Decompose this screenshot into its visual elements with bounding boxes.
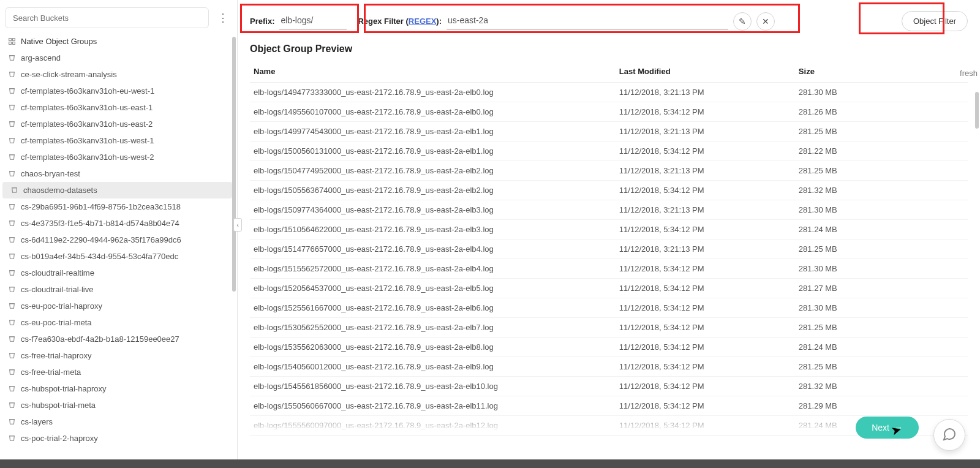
regex-help-link[interactable]: REGEX xyxy=(409,17,437,26)
bucket-item[interactable]: cs-hubspot-trial-haproxy xyxy=(0,380,235,397)
prefix-input[interactable] xyxy=(279,13,347,29)
bucket-icon xyxy=(7,401,16,410)
bucket-item-label: cs-cloudtrail-realtime xyxy=(21,268,94,277)
regex-input[interactable] xyxy=(447,13,728,29)
table-row[interactable]: elb-logs/1494773333000_us-east-2172.16.7… xyxy=(250,83,968,102)
bucket-item-label: arg-ascend xyxy=(21,53,61,62)
bucket-item[interactable]: cs-eu-poc-trial-haproxy xyxy=(0,298,235,314)
bucket-list[interactable]: Native Object Groups arg-ascendce-se-cli… xyxy=(0,33,237,468)
chat-widget-button[interactable] xyxy=(933,419,965,451)
next-button[interactable]: Next → xyxy=(856,417,919,439)
table-row[interactable]: elb-logs/1504774952000_us-east-2172.16.7… xyxy=(250,161,968,181)
cell-size: 281.30 MB xyxy=(795,83,968,102)
bucket-item[interactable]: cs-poc-trial-2-haproxy xyxy=(0,430,235,447)
cell-size: 281.25 MB xyxy=(795,318,968,338)
cell-size: 281.26 MB xyxy=(795,102,968,122)
bucket-icon xyxy=(7,219,16,228)
bucket-item[interactable]: cs-b019a4ef-34b5-434d-9554-53c4fa770edc xyxy=(0,248,235,265)
bucket-item[interactable]: arg-ascend xyxy=(0,50,235,66)
svg-rect-3 xyxy=(9,42,11,45)
sidebar: ⋮ Native Object Groups arg-ascendce-se-c… xyxy=(0,0,238,468)
bucket-item[interactable]: cs-cloudtrail-realtime xyxy=(0,265,235,281)
cell-modified: 11/12/2018, 5:34:12 PM xyxy=(616,220,795,240)
cell-name: elb-logs/1500560131000_us-east-2172.16.7… xyxy=(250,142,616,161)
table-row[interactable]: elb-logs/1510564622000_us-east-2172.16.7… xyxy=(250,220,968,240)
bucket-item[interactable]: cf-templates-t6o3kanv31oh-eu-west-1 xyxy=(0,83,235,99)
table-row[interactable]: elb-logs/1525561667000_us-east-2172.16.7… xyxy=(250,298,968,318)
bucket-item-label: cs-poc-trial-2-haproxy xyxy=(21,434,98,443)
cell-name: elb-logs/1550560667000_us-east-2172.16.7… xyxy=(250,396,616,416)
bucket-item[interactable]: cs-f7ea630a-ebdf-4a2b-b1a8-12159ee0ee27 xyxy=(0,331,235,347)
cell-size: 281.30 MB xyxy=(795,259,968,279)
object-filter-button[interactable]: Object Filter xyxy=(902,11,968,31)
bucket-item[interactable]: cs-4e3735f3-f1e5-4b71-b814-d574a8b04e74 xyxy=(0,215,235,232)
bucket-item[interactable]: cf-templates-t6o3kanv31oh-us-west-2 xyxy=(0,149,235,165)
cell-modified: 11/12/2018, 5:34:12 PM xyxy=(616,377,795,396)
more-menu-button[interactable]: ⋮ xyxy=(215,10,231,26)
table-row[interactable]: elb-logs/1499774543000_us-east-2172.16.7… xyxy=(250,122,968,142)
table-row[interactable]: elb-logs/1530562552000_us-east-2172.16.7… xyxy=(250,318,968,338)
filter-bar: Prefix: Regex Filter (REGEX): ✎ ✕ Object… xyxy=(238,0,980,37)
bucket-item[interactable]: cs-hubspot-trial-meta xyxy=(0,397,235,413)
native-object-groups[interactable]: Native Object Groups xyxy=(0,33,235,50)
bucket-item-label: chaosdemo-datasets xyxy=(23,186,97,195)
col-name-header[interactable]: Name xyxy=(250,63,616,83)
table-row[interactable]: elb-logs/1515562572000_us-east-2172.16.7… xyxy=(250,259,968,279)
bucket-item[interactable]: cf-templates-t6o3kanv31oh-us-east-2 xyxy=(0,116,235,132)
table-row[interactable]: elb-logs/1495560107000_us-east-2172.16.7… xyxy=(250,102,968,122)
cell-modified: 11/12/2018, 3:21:13 PM xyxy=(616,200,795,220)
bucket-item[interactable]: cf-templates-t6o3kanv31oh-us-west-1 xyxy=(0,132,235,149)
bucket-item[interactable]: cs-free-trial-meta xyxy=(0,364,235,380)
clear-filter-button[interactable]: ✕ xyxy=(756,12,775,31)
cell-size: 281.24 MB xyxy=(795,338,968,357)
cell-modified: 11/12/2018, 5:34:12 PM xyxy=(616,259,795,279)
table-row[interactable]: elb-logs/1505563674000_us-east-2172.16.7… xyxy=(250,181,968,200)
cell-name: elb-logs/1505563674000_us-east-2172.16.7… xyxy=(250,181,616,200)
regex-label: Regex Filter (REGEX): xyxy=(358,17,442,26)
bucket-icon xyxy=(7,120,16,129)
preview-title: Object Group Preview xyxy=(250,43,968,55)
table-row[interactable]: elb-logs/1535562063000_us-east-2172.16.7… xyxy=(250,338,968,357)
collapse-sidebar-handle[interactable]: ‹ xyxy=(233,218,242,232)
search-input[interactable] xyxy=(5,7,209,28)
cell-size: 281.24 MB xyxy=(795,220,968,240)
table-body-scroll[interactable]: elb-logs/1494773333000_us-east-2172.16.7… xyxy=(250,83,968,468)
bucket-item[interactable]: cf-templates-t6o3kanv31oh-us-east-1 xyxy=(0,99,235,116)
cell-name: elb-logs/1515562572000_us-east-2172.16.7… xyxy=(250,259,616,279)
bucket-item[interactable]: cs-eu-poc-trial-meta xyxy=(0,314,235,331)
table-row[interactable]: elb-logs/1545561856000_us-east-2172.16.7… xyxy=(250,377,968,396)
bucket-item[interactable]: cs-free-trial-haproxy xyxy=(0,347,235,364)
edit-filter-button[interactable]: ✎ xyxy=(733,12,752,31)
preview-table: Name Last Modified Size xyxy=(250,63,968,83)
bucket-icon xyxy=(7,352,16,360)
bucket-item[interactable]: cs-layers xyxy=(0,413,235,430)
bucket-item[interactable]: chaos-bryan-test xyxy=(0,165,235,182)
cell-modified: 11/12/2018, 5:34:12 PM xyxy=(616,357,795,377)
bucket-icon xyxy=(7,236,16,244)
cell-modified: 11/12/2018, 3:21:13 PM xyxy=(616,240,795,259)
bucket-item-label: cs-4e3735f3-f1e5-4b71-b814-d574a8b04e74 xyxy=(21,219,179,228)
sidebar-scrollbar[interactable] xyxy=(231,37,236,462)
table-row[interactable]: elb-logs/1514776657000_us-east-2172.16.7… xyxy=(250,240,968,259)
prefix-group: Prefix: xyxy=(250,13,347,29)
prefix-label: Prefix: xyxy=(250,17,274,26)
bucket-item[interactable]: cs-6d4119e2-2290-4944-962a-35f176a99dc6 xyxy=(0,232,235,248)
table-row[interactable]: elb-logs/1550560667000_us-east-2172.16.7… xyxy=(250,396,968,416)
bucket-item[interactable]: chaosdemo-datasets xyxy=(2,182,232,198)
bucket-item-label: cf-templates-t6o3kanv31oh-eu-west-1 xyxy=(21,86,154,96)
main-scrollbar-thumb[interactable] xyxy=(975,92,979,129)
bucket-item[interactable]: cs-cloudtrail-trial-live xyxy=(0,281,235,298)
col-modified-header[interactable]: Last Modified xyxy=(616,63,795,83)
table-row[interactable]: elb-logs/1540560012000_us-east-2172.16.7… xyxy=(250,357,968,377)
table-row[interactable]: elb-logs/1520564537000_us-east-2172.16.7… xyxy=(250,279,968,298)
bucket-item[interactable]: cs-29ba6951-96b1-4f69-8756-1b2cea3c1518 xyxy=(0,198,235,215)
bucket-icon xyxy=(7,302,16,311)
bucket-item-label: cf-templates-t6o3kanv31oh-us-east-1 xyxy=(21,103,153,112)
bucket-item[interactable]: ce-se-click-stream-analysis xyxy=(0,66,235,83)
bucket-icon xyxy=(7,252,16,261)
bucket-item-label: cs-free-trial-haproxy xyxy=(21,351,92,360)
chat-icon xyxy=(942,427,957,443)
table-row[interactable]: elb-logs/1500560131000_us-east-2172.16.7… xyxy=(250,142,968,161)
col-size-header[interactable]: Size xyxy=(795,63,968,83)
table-row[interactable]: elb-logs/1509774364000_us-east-2172.16.7… xyxy=(250,200,968,220)
